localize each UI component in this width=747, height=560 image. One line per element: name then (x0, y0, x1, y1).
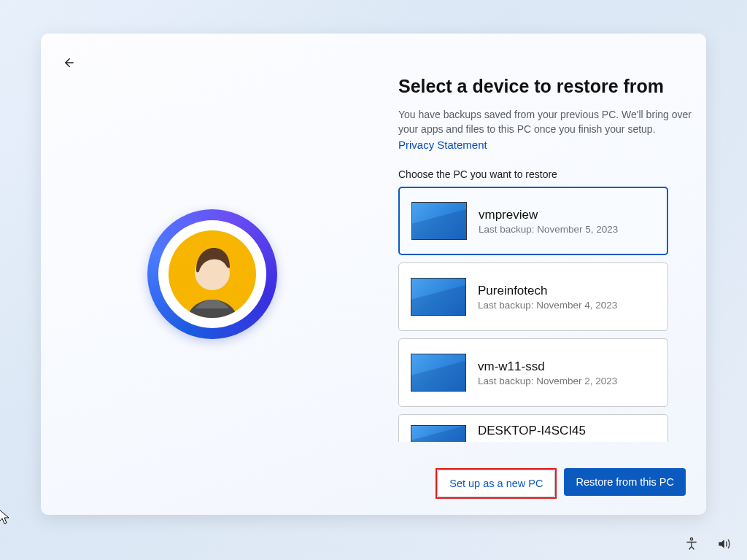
system-tray (684, 537, 731, 551)
device-card[interactable]: DESKTOP-I4SCI45 (398, 414, 668, 442)
device-name: DESKTOP-I4SCI45 (478, 424, 586, 438)
restore-from-pc-button[interactable]: Restore from this PC (564, 468, 686, 496)
volume-icon[interactable] (716, 537, 731, 551)
illustration-column (41, 34, 384, 515)
content-column: Select a device to restore from You have… (398, 76, 693, 189)
choose-label: Choose the PC you want to restore (398, 168, 693, 180)
page-title: Select a device to restore from (398, 76, 693, 97)
description-text: You have backups saved from your previou… (398, 109, 692, 135)
device-name: vm-w11-ssd (478, 359, 617, 374)
setup-new-pc-button[interactable]: Set up as a new PC (437, 470, 555, 497)
accessibility-icon[interactable] (684, 537, 699, 551)
device-name: vmpreview (479, 208, 618, 222)
device-list[interactable]: vmpreview Last backup: November 5, 2023 … (398, 187, 668, 442)
desktop-thumbnail-icon (411, 278, 466, 316)
avatar (169, 230, 256, 318)
desktop-thumbnail-icon (411, 425, 466, 442)
device-card[interactable]: vm-w11-ssd Last backup: November 2, 2023 (398, 338, 668, 407)
annotation-highlight: Set up as a new PC (436, 468, 557, 499)
footer-buttons: Set up as a new PC Restore from this PC (436, 468, 686, 499)
desktop-thumbnail-icon (411, 354, 466, 392)
mouse-cursor-icon (0, 509, 10, 525)
device-sub: Last backup: November 2, 2023 (478, 376, 617, 386)
oobe-panel: Select a device to restore from You have… (41, 34, 706, 515)
device-name: Pureinfotech (478, 284, 617, 298)
desktop-thumbnail-icon (411, 202, 467, 240)
device-card[interactable]: Pureinfotech Last backup: November 4, 20… (398, 262, 668, 331)
avatar-bg (158, 220, 266, 328)
person-icon (169, 230, 256, 318)
privacy-statement-link[interactable]: Privacy Statement (398, 139, 487, 151)
device-sub: Last backup: November 4, 2023 (478, 300, 617, 311)
page-description: You have backups saved from your previou… (398, 107, 693, 152)
device-sub: Last backup: November 5, 2023 (479, 224, 618, 235)
avatar-ring (147, 209, 277, 339)
device-card[interactable]: vmpreview Last backup: November 5, 2023 (398, 187, 668, 255)
svg-point-1 (690, 538, 692, 540)
